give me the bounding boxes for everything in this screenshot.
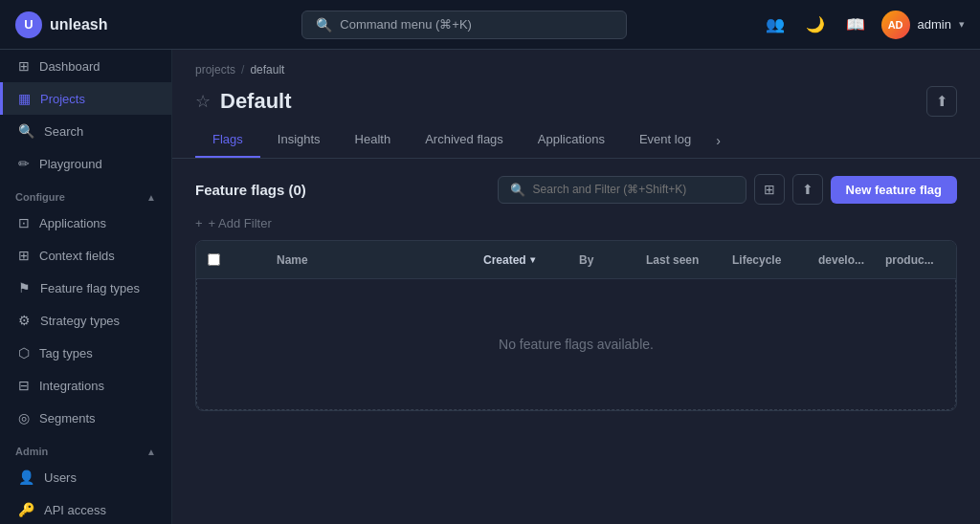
th-checkbox[interactable] [204, 253, 238, 266]
sidebar-item-segments-label: Segments [39, 411, 96, 426]
sidebar-item-context-fields[interactable]: ⊞ Context fields [0, 239, 171, 272]
sidebar-item-segments[interactable]: ◎ Segments [0, 402, 171, 434]
sort-icon: ▾ [530, 254, 535, 265]
sidebar-item-playground[interactable]: ✏ Playground [0, 147, 171, 180]
api-access-icon: 🔑 [18, 502, 34, 517]
segments-icon: ◎ [18, 410, 30, 426]
docs-icon[interactable]: 📖 [841, 11, 870, 39]
sidebar-item-projects[interactable]: ▦ Projects [0, 82, 171, 115]
empty-state-message: No feature flags available. [499, 337, 654, 352]
configure-collapse-icon[interactable]: ▲ [146, 192, 156, 203]
configure-label: Configure [15, 191, 65, 203]
sidebar-item-api-access-label: API access [44, 503, 106, 517]
th-created-label: Created [483, 253, 526, 267]
sidebar-item-feature-flag-types[interactable]: ⚑ Feature flag types [0, 272, 171, 304]
admin-section: Admin ▲ [0, 434, 171, 461]
sidebar-item-projects-label: Projects [40, 92, 85, 106]
command-menu[interactable]: 🔍 Command menu (⌘+K) [301, 11, 627, 39]
tab-flags[interactable]: Flags [195, 122, 260, 158]
logo-area: U unleash [15, 11, 168, 38]
th-name-label: Name [277, 253, 308, 267]
topbar: U unleash 🔍 Command menu (⌘+K) 👥 🌙 📖 AD … [0, 0, 980, 50]
tab-archived-flags[interactable]: Archived flags [408, 122, 521, 158]
sidebar-item-dashboard[interactable]: ⊞ Dashboard [0, 50, 171, 82]
chevron-down-icon: ▾ [959, 18, 965, 31]
select-all-checkbox[interactable] [208, 253, 220, 266]
theme-toggle-icon[interactable]: 🌙 [801, 11, 830, 39]
tab-insights[interactable]: Insights [260, 122, 338, 158]
th-created[interactable]: Created ▾ [479, 253, 575, 267]
sidebar-item-strategy-types[interactable]: ⚙ Strategy types [0, 304, 171, 337]
breadcrumb-separator: / [241, 63, 244, 76]
sidebar-item-users[interactable]: 👤 Users [0, 461, 171, 493]
strategy-types-icon: ⚙ [18, 313, 31, 328]
th-last-seen-label: Last seen [646, 253, 699, 267]
th-develo[interactable]: develo... [814, 253, 881, 267]
sidebar-item-tag-types[interactable]: ⬡ Tag types [0, 337, 171, 369]
sidebar-item-tag-types-label: Tag types [39, 346, 93, 360]
sidebar-item-integrations-label: Integrations [39, 379, 104, 393]
sidebar-item-integrations[interactable]: ⊟ Integrations [0, 369, 171, 402]
page-title-area: ☆ Default [195, 89, 292, 114]
export-button[interactable]: ⬆ [926, 86, 957, 117]
sidebar-item-applications[interactable]: ⊡ Applications [0, 207, 171, 239]
flags-actions: 🔍 ⊞ ⬆ New feature flag [498, 174, 957, 205]
page-title: Default [220, 89, 292, 114]
main-content: projects / default ☆ Default ⬆ Flags Ins… [172, 50, 980, 524]
table-header: Name Created ▾ By Last seen Lifecycle [196, 241, 956, 279]
search-icon: 🔍 [18, 123, 34, 139]
favorite-icon[interactable]: ☆ [195, 91, 211, 112]
flags-header: Feature flags (0) 🔍 ⊞ ⬆ New feature flag [195, 174, 957, 205]
avatar: AD [881, 11, 910, 39]
empty-state: No feature flags available. [196, 279, 956, 410]
admin-collapse-icon[interactable]: ▲ [146, 447, 156, 457]
command-menu-placeholder: Command menu (⌘+K) [340, 17, 472, 32]
th-lifecycle[interactable]: Lifecycle [728, 253, 814, 267]
sidebar-item-api-access[interactable]: 🔑 API access [0, 493, 171, 524]
add-filter-row[interactable]: + + Add Filter [195, 216, 957, 230]
new-feature-flag-button[interactable]: New feature flag [831, 176, 957, 204]
app-body: ⊞ Dashboard ▦ Projects 🔍 Search ✏ Playgr… [0, 50, 980, 524]
th-develo-label: develo... [818, 253, 864, 267]
th-last-seen[interactable]: Last seen [642, 253, 728, 267]
sidebar-item-users-label: Users [44, 470, 77, 485]
sidebar-item-strategy-types-label: Strategy types [40, 314, 120, 328]
export-flags-button[interactable]: ⬆ [792, 174, 823, 205]
topbar-actions: 👥 🌙 📖 AD admin ▾ [761, 11, 965, 39]
th-produc-label: produc... [885, 253, 934, 267]
export-icon: ⬆ [936, 93, 948, 110]
flags-title: Feature flags (0) [195, 182, 306, 198]
tabs: Flags Insights Health Archived flags App… [172, 122, 980, 159]
user-menu[interactable]: AD admin ▾ [881, 11, 965, 39]
grid-icon: ⊞ [764, 182, 775, 197]
search-bar: 🔍 Command menu (⌘+K) [180, 11, 749, 39]
breadcrumb-current: default [250, 63, 284, 76]
filter-search-input[interactable] [533, 183, 734, 196]
playground-icon: ✏ [18, 156, 30, 171]
tab-event-log[interactable]: Event log [622, 122, 708, 158]
sidebar-item-search-label: Search [44, 124, 83, 139]
integrations-icon: ⊟ [18, 378, 30, 393]
export-flags-icon: ⬆ [802, 182, 813, 197]
context-fields-icon: ⊞ [18, 248, 30, 263]
th-by-label: By [579, 253, 593, 267]
tab-applications[interactable]: Applications [521, 122, 622, 158]
tab-more[interactable]: › [708, 123, 728, 158]
sidebar-item-search[interactable]: 🔍 Search [0, 115, 171, 147]
grid-view-button[interactable]: ⊞ [754, 174, 785, 205]
breadcrumb-parent[interactable]: projects [195, 63, 235, 76]
sidebar-item-feature-flag-types-label: Feature flag types [40, 281, 140, 295]
applications-icon: ⊡ [18, 215, 30, 230]
filter-search-icon: 🔍 [510, 183, 525, 197]
breadcrumb: projects / default [172, 50, 980, 76]
th-by[interactable]: By [575, 253, 642, 267]
admin-label: Admin [15, 446, 48, 457]
configure-section: Configure ▲ [0, 180, 171, 207]
th-produc[interactable]: produc... [881, 253, 948, 267]
filter-search[interactable]: 🔍 [498, 176, 746, 204]
users-icon[interactable]: 👥 [761, 11, 790, 39]
tab-health[interactable]: Health [338, 122, 409, 158]
logo-icon: U [15, 11, 42, 38]
th-name[interactable]: Name [273, 253, 479, 267]
sidebar: ⊞ Dashboard ▦ Projects 🔍 Search ✏ Playgr… [0, 50, 172, 524]
